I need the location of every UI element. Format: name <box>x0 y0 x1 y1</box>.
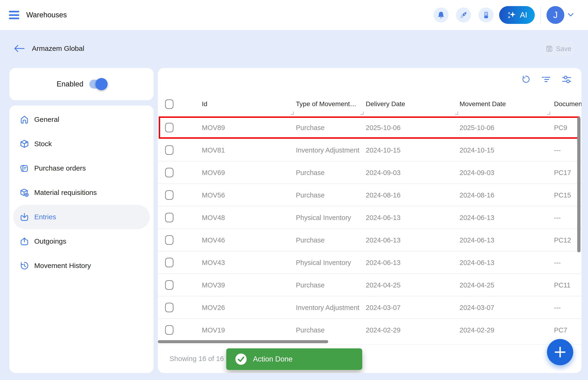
cell-movement-date: 2024-04-25 <box>460 274 494 296</box>
cell-document: PC9 <box>554 116 567 139</box>
column-header-type-of-movement[interactable]: Type of Movement… <box>296 100 356 108</box>
table-row[interactable]: MOV48 Physical Inventory 2024-06-13 2024… <box>158 206 581 229</box>
toggle-thumb <box>95 78 108 90</box>
cell-delivery-date: 2025-10-06 <box>366 116 401 139</box>
cell-id: MOV39 <box>202 274 225 296</box>
table-row[interactable]: MOV89 Purchase 2025-10-06 2025-10-06 PC9 <box>158 116 581 139</box>
select-all-checkbox[interactable] <box>165 99 174 109</box>
row-checkbox[interactable] <box>165 325 174 335</box>
column-header-document[interactable]: Document <box>554 100 581 108</box>
row-checkbox[interactable] <box>165 303 174 312</box>
cell-movement-date: 2024-06-13 <box>460 206 494 229</box>
sidebar-item-stock[interactable]: Stock <box>9 132 154 156</box>
cell-type-of-movement: Physical Inventory <box>296 206 351 229</box>
table-body: MOV89 Purchase 2025-10-06 2025-10-06 PC9… <box>158 116 581 341</box>
enabled-toggle[interactable] <box>89 80 106 89</box>
sidebar-item-general[interactable]: General <box>9 107 154 132</box>
docs-button[interactable] <box>479 7 493 22</box>
rocket-icon <box>459 11 468 19</box>
cell-type-of-movement: Purchase <box>296 184 325 206</box>
check-circle-icon <box>235 353 247 365</box>
row-checkbox[interactable] <box>165 168 174 177</box>
sidebar-item-outgoings[interactable]: Outgoings <box>9 229 154 253</box>
horizontal-scrollbar[interactable] <box>158 340 328 343</box>
enabled-card: Enabled <box>9 68 154 100</box>
cell-movement-date: 2024-10-15 <box>460 139 494 161</box>
cell-delivery-date: 2024-09-03 <box>366 161 401 184</box>
filter-icon[interactable] <box>541 75 551 84</box>
cell-type-of-movement: Purchase <box>296 229 325 251</box>
column-resize-handle[interactable] <box>547 112 550 115</box>
cell-delivery-date: 2024-06-13 <box>366 229 401 251</box>
cell-movement-date: 2025-10-06 <box>460 116 494 139</box>
sidebar-item-label: Movement History <box>34 262 91 270</box>
avatar-initial: J <box>553 10 558 20</box>
back-button[interactable] <box>14 44 25 53</box>
column-resize-handle[interactable] <box>455 112 458 115</box>
table-row[interactable]: MOV56 Purchase 2024-08-16 2024-08-16 PC1… <box>158 184 581 206</box>
table-footer: Showing 16 of 16 <box>158 344 581 373</box>
app-title: Warehouses <box>26 11 67 19</box>
column-header-delivery-date[interactable]: Delivery Date <box>366 100 405 108</box>
cell-delivery-date: 2024-06-13 <box>366 251 401 274</box>
sidebar-item-label: General <box>34 115 59 123</box>
cell-id: MOV81 <box>202 139 225 161</box>
refresh-icon[interactable] <box>521 75 530 84</box>
cell-document: PC7 <box>554 319 567 341</box>
row-checkbox[interactable] <box>165 213 174 222</box>
add-entry-fab[interactable] <box>547 339 573 365</box>
row-checkbox[interactable] <box>165 280 174 290</box>
cell-delivery-date: 2024-03-07 <box>366 296 401 319</box>
column-resize-handle[interactable] <box>361 112 364 115</box>
hamburger-menu-icon[interactable] <box>9 11 19 19</box>
row-checkbox[interactable] <box>165 258 174 267</box>
cell-delivery-date: 2024-10-15 <box>366 139 401 161</box>
ai-assistant-button[interactable]: AI <box>499 6 535 24</box>
cell-delivery-date: 2024-06-13 <box>366 206 401 229</box>
box-plus-icon <box>20 188 29 197</box>
cell-document: --- <box>554 296 561 319</box>
sidebar-item-purchase-orders[interactable]: Purchase orders <box>9 156 154 180</box>
cell-type-of-movement: Purchase <box>296 319 325 341</box>
column-settings-icon[interactable] <box>562 75 572 84</box>
download-icon <box>20 212 29 222</box>
column-header-movement-date[interactable]: Movement Date <box>460 100 506 108</box>
table-row[interactable]: MOV69 Purchase 2024-09-03 2024-09-03 PC1… <box>158 161 581 184</box>
sparkles-icon <box>507 10 516 20</box>
table-row[interactable]: MOV39 Purchase 2024-04-25 2024-04-25 PC1… <box>158 274 581 296</box>
column-header-id[interactable]: Id <box>202 100 207 108</box>
cell-document: PC17 <box>554 161 571 184</box>
row-checkbox[interactable] <box>165 190 174 200</box>
launch-button[interactable] <box>456 7 471 22</box>
cell-type-of-movement: Purchase <box>296 161 325 184</box>
upload-icon <box>20 237 29 246</box>
column-resize-handle[interactable] <box>291 112 294 115</box>
cell-document: --- <box>554 139 561 161</box>
sidebar-item-material-requisitions[interactable]: Material requisitions <box>9 180 154 205</box>
bell-icon <box>437 11 445 19</box>
chevron-down-icon[interactable] <box>568 13 574 17</box>
toast-notification: Action Done <box>226 348 362 370</box>
sidebar-item-entries[interactable]: Entries <box>13 205 150 229</box>
sidebar-item-label: Entries <box>34 213 56 221</box>
sidebar-item-movement-history[interactable]: Movement History <box>9 253 154 278</box>
notifications-button[interactable] <box>433 7 448 22</box>
table-row[interactable]: MOV43 Physical Inventory 2024-06-13 2024… <box>158 251 581 274</box>
table-row[interactable]: MOV26 Inventory Adjustment 2024-03-07 20… <box>158 296 581 319</box>
avatar[interactable]: J <box>547 6 564 24</box>
cell-document: PC11 <box>554 274 570 296</box>
vertical-scrollbar[interactable] <box>577 117 581 252</box>
cell-type-of-movement: Inventory Adjustment <box>296 296 359 319</box>
table-row[interactable]: MOV46 Purchase 2024-06-13 2024-06-13 PC1… <box>158 229 581 251</box>
row-checkbox[interactable] <box>165 145 174 155</box>
sidebar-item-label: Purchase orders <box>34 164 86 172</box>
row-checkbox[interactable] <box>165 123 174 132</box>
table-row[interactable]: MOV81 Inventory Adjustment 2024-10-15 20… <box>158 139 581 161</box>
row-checkbox[interactable] <box>165 235 174 245</box>
sidebar-item-label: Stock <box>34 140 52 148</box>
table-row[interactable]: MOV19 Purchase 2024-02-29 2024-02-29 PC7 <box>158 319 581 341</box>
sidebar-nav: General Stock Purchase orders <box>9 105 154 373</box>
save-button[interactable]: Save <box>543 41 574 56</box>
cell-id: MOV43 <box>202 251 225 274</box>
header-divider <box>540 7 541 23</box>
